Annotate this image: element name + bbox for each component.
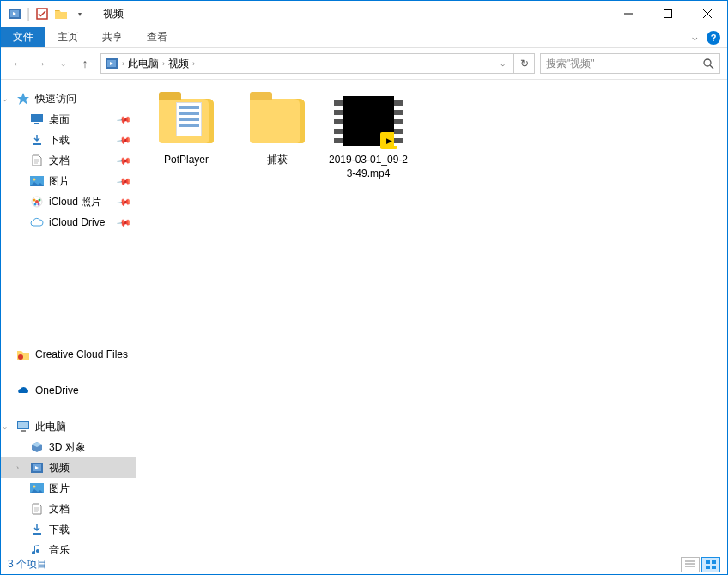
icloud-drive-icon — [30, 215, 44, 229]
sidebar-item-videos[interactable]: › 视频 — [1, 457, 136, 478]
qat-dropdown-icon[interactable]: ▾ — [73, 7, 87, 21]
forward-button[interactable]: → — [30, 53, 51, 74]
document-icon — [30, 502, 44, 516]
sidebar-item-pictures[interactable]: 图片 📌 — [1, 171, 136, 191]
tab-share[interactable]: 共享 — [90, 27, 135, 47]
play-badge-icon: ▶ — [380, 132, 397, 149]
sidebar-item-pictures-pc[interactable]: 图片 — [1, 478, 136, 499]
nav-bar: ← → ⌵ ↑ › 此电脑 › 视频 › ⌵ ↻ 搜索"视频" — [1, 48, 727, 79]
folder-item[interactable]: 捕获 — [236, 92, 318, 180]
sidebar-item-label: OneDrive — [35, 384, 79, 396]
back-button[interactable]: ← — [8, 53, 28, 74]
search-input[interactable]: 搜索"视频" — [540, 53, 720, 74]
help-icon[interactable]: ? — [707, 31, 720, 45]
sidebar-item-label: 视频 — [49, 461, 70, 475]
chevron-down-icon[interactable]: ⌵ — [3, 94, 7, 103]
ribbon-tabs: 文件 主页 共享 查看 ⌵ ? — [1, 27, 727, 48]
sidebar-item-label: 文档 — [49, 154, 70, 168]
recent-dropdown-icon[interactable]: ⌵ — [52, 53, 73, 74]
computer-icon — [16, 420, 30, 433]
content-area[interactable]: PotPlayer 捕获 ▶ 2019-03-01_09-23-49.mp4 — [136, 80, 727, 554]
svg-rect-40 — [706, 566, 710, 569]
sidebar-item-label: 此电脑 — [35, 420, 66, 434]
pin-icon: 📌 — [116, 215, 132, 231]
document-icon — [30, 154, 44, 167]
svg-point-33 — [33, 486, 36, 488]
titlebar[interactable]: | ▾ 视频 — [1, 1, 727, 27]
pin-icon: 📌 — [116, 112, 132, 128]
minimize-button[interactable] — [609, 1, 648, 27]
chevron-right-icon[interactable]: › — [122, 59, 124, 68]
up-button[interactable]: ↑ — [75, 53, 95, 74]
video-file-item[interactable]: ▶ 2019-03-01_09-23-49.mp4 — [327, 92, 410, 180]
chevron-down-icon[interactable]: ⌵ — [3, 422, 7, 431]
sidebar-item-label: 图片 — [49, 174, 70, 189]
title-separator — [94, 6, 94, 21]
item-label: PotPlayer — [164, 154, 209, 167]
svg-rect-16 — [33, 143, 41, 145]
sidebar-this-pc[interactable]: ⌵ 此电脑 — [1, 416, 136, 437]
svg-rect-5 — [664, 10, 672, 18]
sidebar-item-label: 3D 对象 — [49, 440, 86, 455]
sidebar-item-label: 下载 — [49, 523, 70, 537]
sidebar-item-documents[interactable]: 文档 📌 — [1, 150, 136, 171]
sidebar-item-label: 桌面 — [49, 112, 70, 127]
svg-point-25 — [18, 354, 23, 360]
sidebar-item-documents-pc[interactable]: 文档 — [1, 499, 136, 519]
breadcrumb-videos[interactable]: 视频 — [168, 57, 189, 71]
sidebar-item-icloud-drive[interactable]: iCloud Drive 📌 — [1, 212, 136, 233]
download-icon — [30, 133, 44, 147]
tab-view[interactable]: 查看 — [135, 27, 179, 47]
qat-separator: | — [27, 6, 30, 21]
svg-point-20 — [35, 200, 39, 203]
svg-point-22 — [39, 199, 41, 202]
address-dropdown-icon[interactable]: ⌵ — [494, 59, 510, 68]
tab-file[interactable]: 文件 — [1, 27, 46, 47]
pin-icon: 📌 — [116, 173, 132, 190]
chevron-right-icon[interactable]: › — [192, 59, 195, 68]
svg-rect-41 — [712, 566, 716, 569]
ribbon-dropdown-icon[interactable]: ⌵ — [692, 32, 698, 43]
sidebar-item-icloud-photos[interactable]: iCloud 照片 📌 — [1, 191, 136, 212]
refresh-button[interactable]: ↻ — [514, 53, 535, 74]
window-title: 视频 — [103, 7, 124, 21]
sidebar-item-desktop[interactable]: 桌面 📌 — [1, 109, 136, 130]
chevron-right-icon[interactable]: › — [162, 59, 165, 68]
tab-home[interactable]: 主页 — [46, 27, 90, 47]
breadcrumb-this-pc[interactable]: 此电脑 — [128, 57, 159, 71]
nav-pane[interactable]: ⌵ 快速访问 桌面 📌 下载 📌 文档 📌 图片 — [1, 80, 136, 554]
sidebar-item-downloads[interactable]: 下载 📌 — [1, 130, 136, 150]
pin-icon: 📌 — [116, 194, 132, 210]
sidebar-item-downloads-pc[interactable]: 下载 — [1, 519, 136, 540]
sidebar-item-label: 下载 — [49, 133, 70, 148]
details-view-button[interactable] — [681, 557, 700, 572]
svg-rect-39 — [712, 560, 716, 564]
sidebar-quick-access[interactable]: ⌵ 快速访问 — [1, 88, 136, 109]
sidebar-item-label: 快速访问 — [35, 92, 76, 106]
picture-icon — [30, 481, 44, 495]
sidebar-onedrive[interactable]: OneDrive — [1, 380, 136, 401]
search-icon[interactable] — [702, 58, 714, 70]
sidebar-item-3d-objects[interactable]: 3D 对象 — [1, 437, 136, 457]
properties-icon[interactable] — [35, 7, 49, 21]
sidebar-creative-cloud[interactable]: Creative Cloud Files — [1, 344, 136, 365]
item-label: 2019-03-01_09-23-49.mp4 — [327, 154, 410, 180]
sidebar-item-label: 音乐 — [49, 543, 70, 554]
sidebar-item-label: iCloud Drive — [49, 216, 105, 228]
sidebar-item-label: 文档 — [49, 502, 70, 517]
address-bar[interactable]: › 此电脑 › 视频 › ⌵ — [100, 53, 514, 74]
svg-rect-27 — [18, 422, 28, 428]
folder-qat-icon[interactable] — [54, 7, 68, 21]
sidebar-item-music[interactable]: 音乐 — [1, 540, 136, 554]
svg-point-23 — [34, 203, 37, 206]
desktop-icon — [30, 112, 44, 126]
maximize-button[interactable] — [648, 1, 688, 27]
svg-rect-38 — [706, 560, 710, 564]
close-button[interactable] — [688, 1, 727, 27]
icons-view-button[interactable] — [701, 557, 720, 572]
qat-icons: | ▾ — [8, 6, 87, 21]
svg-point-11 — [704, 59, 711, 66]
chevron-right-icon[interactable]: › — [16, 463, 19, 472]
video-library-icon — [30, 461, 44, 475]
folder-item[interactable]: PotPlayer — [145, 92, 228, 180]
